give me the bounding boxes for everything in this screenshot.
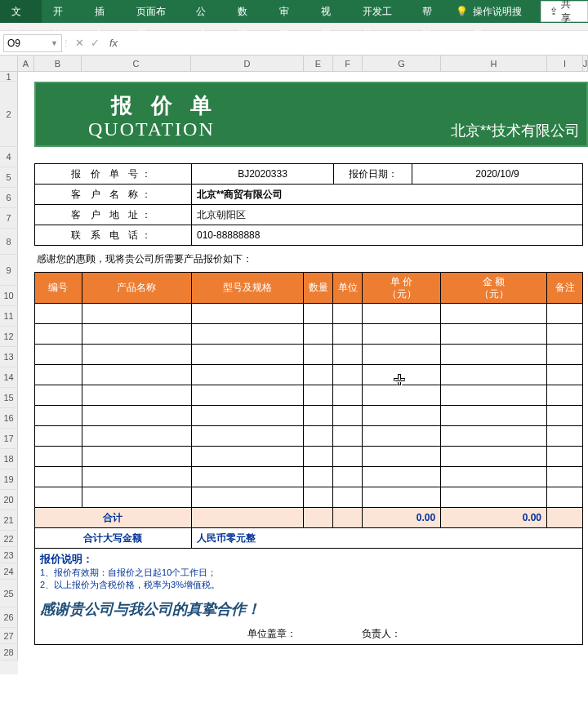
column-headers: A B C D E F G H I J [18,56,588,72]
col-header[interactable]: A [18,56,34,71]
caps-label: 合计大写金额 [35,528,192,549]
table-row[interactable] [35,467,583,487]
ribbon-tab-home[interactable]: 开始 [42,0,83,23]
row-header[interactable]: 24 [0,563,18,580]
row-header[interactable]: 14 [0,367,18,388]
formula-controls: ✕ ✓ fx [70,37,122,49]
col-header[interactable]: G [363,56,441,71]
cancel-icon[interactable]: ✕ [75,37,84,49]
col-unit: 单位 [333,273,363,304]
items-table: 编号 产品名称 型号及规格 数量 单位 单 价（元） 金 额（元） 备注 [34,272,583,549]
row-header[interactable]: 13 [0,347,18,367]
row-header[interactable]: 10 [0,286,18,306]
quotation-banner: 报 价 单 QUOTATION 北京**技术有限公司 [34,82,588,147]
ribbon-tab-insert[interactable]: 插入 [83,0,125,23]
row-header[interactable]: 4 [0,147,18,167]
share-button[interactable]: ⇪ 共享 [541,1,588,22]
table-row[interactable] [35,304,583,324]
table-row[interactable] [35,345,583,365]
col-header[interactable]: D [191,56,304,71]
row-header[interactable]: 7 [0,208,18,229]
ribbon: 文件 开始 插入 页面布局 公式 数据 审阅 视图 开发工具 帮助 💡 操作说明… [0,0,588,23]
client-name-value[interactable]: 北京**商贸有限公司 [192,185,583,205]
table-row[interactable] [35,426,583,447]
col-header[interactable]: B [34,56,82,71]
col-amount: 金 额（元） [441,273,547,304]
row-header[interactable]: 23 [0,547,18,563]
row-header[interactable]: 19 [0,469,18,490]
ribbon-spacer [0,23,588,31]
row-header[interactable]: 25 [0,580,18,607]
table-row[interactable] [35,324,583,345]
row-header[interactable]: 12 [0,327,18,347]
table-row[interactable] [35,365,583,385]
col-header[interactable]: C [82,56,191,71]
table-row: 报 价 单 号： BJ2020333 报价日期： 2020/10/9 [35,164,583,185]
tel-label: 联 系 电 话： [35,225,192,246]
name-box-value: O9 [7,38,20,49]
row-header[interactable]: 15 [0,388,18,408]
fx-icon[interactable]: fx [109,37,118,49]
ribbon-tab-formulas[interactable]: 公式 [185,0,226,23]
select-all-corner[interactable] [0,56,18,72]
ribbon-tab-data[interactable]: 数据 [226,0,268,23]
enter-icon[interactable]: ✓ [91,37,100,49]
tel-value[interactable]: 010-88888888 [192,225,583,246]
row-header[interactable]: 17 [0,429,18,449]
row-header[interactable]: 21 [0,510,18,531]
row-header[interactable]: 16 [0,408,18,429]
col-header[interactable]: E [304,56,333,71]
tell-me-search[interactable]: 操作说明搜索 [473,0,541,23]
table-row: 客 户 地 址： 北京朝阳区 [35,205,583,225]
col-remark: 备注 [547,273,583,304]
row-header[interactable]: 26 [0,607,18,628]
quote-no-value[interactable]: BJ2020333 [192,164,334,185]
signature-row: 单位盖章： 负责人： [34,624,583,645]
row-header[interactable]: 28 [0,644,18,661]
table-header-row: 编号 产品名称 型号及规格 数量 单位 单 价（元） 金 额（元） 备注 [35,273,583,304]
chevron-down-icon[interactable]: ▼ [51,39,58,47]
table-row[interactable] [35,406,583,426]
row-header[interactable]: 20 [0,490,18,510]
info-table: 报 价 单 号： BJ2020333 报价日期： 2020/10/9 客 户 名… [34,163,583,246]
row-header[interactable]: 2 [0,82,18,147]
row-header[interactable]: 27 [0,628,18,644]
row-header[interactable]: 8 [0,229,18,255]
col-header[interactable]: F [333,56,363,71]
row-header[interactable]: 1 [0,72,18,82]
col-header[interactable]: H [441,56,547,71]
lightbulb-icon: 💡 [456,6,468,17]
sum-price: 0.00 [363,508,441,528]
client-addr-value[interactable]: 北京朝阳区 [192,205,583,225]
col-header[interactable]: J [583,56,588,71]
ribbon-tab-review[interactable]: 审阅 [268,0,310,23]
row-header[interactable]: 18 [0,449,18,469]
ribbon-tab-layout[interactable]: 页面布局 [125,0,185,23]
sheet[interactable]: A B C D E F G H I J 报 价 单 QUOTATION 北京**… [18,56,588,674]
table-row[interactable] [35,487,583,508]
drag-handle-icon[interactable]: ⋮ [62,38,70,47]
notes-line2: 2、以上报价为含税价格，税率为3%增值税。 [40,579,577,591]
row-headers: 1 2 4 5 6 7 8 9 10 11 12 13 14 15 16 17 … [0,56,18,674]
ribbon-tab-file[interactable]: 文件 [0,0,42,23]
sum-amount: 0.00 [441,508,547,528]
formula-input[interactable] [122,34,588,52]
title-english: QUOTATION [88,118,215,140]
ribbon-tab-view[interactable]: 视图 [310,0,351,23]
table-row[interactable] [35,385,583,406]
quote-date-value[interactable]: 2020/10/9 [412,164,583,185]
ribbon-tab-developer[interactable]: 开发工具 [351,0,412,23]
row-header[interactable]: 9 [0,255,18,286]
ribbon-tab-help[interactable]: 帮助 [411,0,452,23]
client-name-label: 客 户 名 称： [35,185,192,205]
row-header[interactable]: 11 [0,306,18,327]
col-qty: 数量 [304,273,333,304]
table-row[interactable] [35,447,583,467]
name-box[interactable]: O9 ▼ [3,34,62,52]
row-header[interactable]: 6 [0,188,18,208]
col-header[interactable]: I [547,56,583,71]
col-price: 单 价（元） [363,273,441,304]
row-header[interactable]: 22 [0,531,18,547]
document-content: 报 价 单 QUOTATION 北京**技术有限公司 报 价 单 号： BJ20… [18,82,588,674]
row-header[interactable]: 5 [0,167,18,188]
